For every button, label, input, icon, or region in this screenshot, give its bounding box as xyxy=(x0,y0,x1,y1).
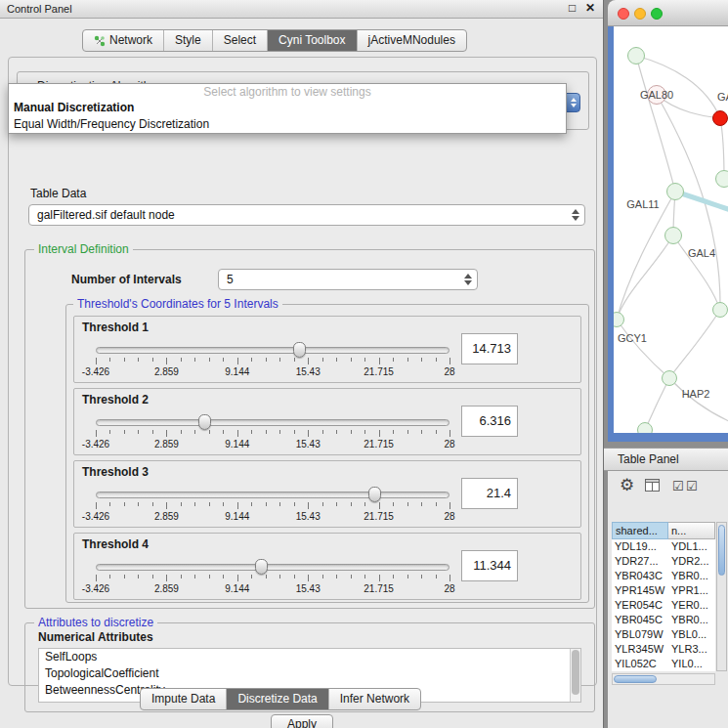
algorithm-option-manual[interactable]: Manual Discretization xyxy=(9,100,566,116)
scrollbar-thumb[interactable] xyxy=(572,650,579,695)
threshold-4-panel: Threshold 4 -3.4262.8599.14415.4321.7152… xyxy=(73,533,581,600)
table-row[interactable]: YIL052CYIL0... xyxy=(612,657,715,671)
slider-scale-label: 21.715 xyxy=(364,583,394,594)
slider-thumb[interactable] xyxy=(293,342,306,358)
table-cell[interactable]: YDL19... xyxy=(612,539,668,554)
network-node[interactable] xyxy=(712,110,728,126)
table-cell[interactable]: YIL052C xyxy=(612,657,668,671)
table-cell[interactable]: YDR2... xyxy=(668,554,715,569)
table-cell[interactable]: YLR3... xyxy=(668,642,715,657)
close-icon[interactable]: ✕ xyxy=(585,1,595,15)
attribute-list-item[interactable]: TopologicalCoefficient xyxy=(39,665,580,682)
slider-thumb[interactable] xyxy=(368,487,381,502)
slider-track[interactable] xyxy=(96,564,450,571)
table-cell[interactable]: YPR1... xyxy=(668,583,715,598)
stepper-arrows-icon[interactable] xyxy=(461,274,477,285)
scrollbar-thumb[interactable] xyxy=(718,525,725,576)
float-window-icon[interactable]: □ xyxy=(569,1,576,15)
apply-button[interactable]: Apply xyxy=(271,714,333,728)
slider-thumb[interactable] xyxy=(255,559,268,575)
column-header-name[interactable]: n... xyxy=(668,522,715,539)
tab-label: Impute Data xyxy=(151,689,215,709)
slider-thumb[interactable] xyxy=(198,414,211,430)
checkbox-icon[interactable]: ☑ xyxy=(686,479,698,493)
table-row[interactable]: YLR345WYLR3... xyxy=(612,642,715,657)
network-window-titlebar[interactable] xyxy=(608,0,728,26)
threshold-value-field[interactable]: 11.344 xyxy=(461,550,518,581)
threshold-2-slider[interactable]: -3.4262.8599.14415.4321.71528 xyxy=(96,412,450,453)
threshold-value-field[interactable]: 6.316 xyxy=(461,406,518,437)
control-panel-titlebar[interactable]: Control Panel □ ✕ xyxy=(0,0,603,19)
table-row[interactable]: YDL19...YDL1... xyxy=(612,539,715,554)
network-node-label: GA xyxy=(717,91,728,103)
slider-track[interactable] xyxy=(96,419,450,426)
network-node[interactable] xyxy=(666,183,684,200)
network-node[interactable] xyxy=(712,302,728,318)
table-cell[interactable]: YER054C xyxy=(612,598,668,613)
table-row[interactable]: YBL079WYBL0... xyxy=(612,627,715,642)
table-row[interactable]: YDR27...YDR2... xyxy=(612,554,715,569)
threshold-3-slider[interactable]: -3.4262.8599.14415.4321.71528 xyxy=(96,485,450,526)
table-cell[interactable]: YPR145W xyxy=(612,583,668,598)
table-vertical-scrollbar[interactable] xyxy=(716,522,727,671)
network-canvas[interactable]: GAL80GAGAL11GAL4GCY1HAP2 xyxy=(614,26,728,433)
table-cell[interactable]: YBR043C xyxy=(612,569,668,583)
mac-minimize-button[interactable] xyxy=(634,8,646,20)
table-row[interactable]: YBR045CYBR0... xyxy=(612,613,715,627)
algorithm-option-equal-width[interactable]: Equal Width/Frequency Discretization xyxy=(9,116,566,133)
threshold-1-slider[interactable]: -3.4262.8599.14415.4321.71528 xyxy=(96,340,450,381)
table-cell[interactable]: YIL0... xyxy=(668,657,715,671)
table-cell[interactable]: YER0... xyxy=(668,598,715,613)
attribute-list-item[interactable]: SelfLoops xyxy=(39,649,580,665)
tab-impute-data[interactable]: Impute Data xyxy=(141,689,227,709)
list-scrollbar[interactable] xyxy=(570,649,580,702)
number-of-intervals-select[interactable]: 5 xyxy=(218,269,478,290)
table-cell[interactable]: YBR045C xyxy=(612,613,668,627)
table-data-select[interactable]: galFiltered.sif default node xyxy=(28,204,585,226)
algorithm-combo-stepper-fragment[interactable] xyxy=(566,93,580,112)
threshold-label: Threshold 3 xyxy=(82,465,149,479)
network-node[interactable] xyxy=(664,227,682,244)
slider-track[interactable] xyxy=(96,492,450,498)
checkbox-icon[interactable]: ☑ xyxy=(672,479,684,493)
gear-icon[interactable]: ⚙ xyxy=(620,475,634,495)
tab-discretize-data[interactable]: Discretize Data xyxy=(227,689,328,709)
bottom-tabbar: Impute Data Discretize Data Infer Networ… xyxy=(140,688,421,710)
tab-jactivemnodules[interactable]: jActiveMNodules xyxy=(358,30,466,51)
slider-track[interactable] xyxy=(96,347,450,354)
scrollbar-thumb[interactable] xyxy=(614,675,657,683)
tab-network[interactable]: Network xyxy=(83,30,164,51)
table-cell[interactable]: YDL1... xyxy=(668,539,715,554)
table-cell[interactable]: YBL0... xyxy=(668,627,715,642)
stepper-arrows-icon[interactable] xyxy=(569,209,584,221)
tab-cyni-toolbox[interactable]: Cyni Toolbox xyxy=(268,30,357,51)
table-cell[interactable]: YBR0... xyxy=(668,569,715,583)
tab-infer-network[interactable]: Infer Network xyxy=(329,689,420,709)
table-cell[interactable]: YLR345W xyxy=(612,642,668,657)
table-cell[interactable]: YBL079W xyxy=(612,627,668,642)
tab-style[interactable]: Style xyxy=(164,30,213,51)
column-header-shared-name[interactable]: shared... xyxy=(612,522,668,539)
columns-icon[interactable] xyxy=(645,479,660,492)
table-cell[interactable]: YBR0... xyxy=(668,613,715,627)
table-cell[interactable]: YDR27... xyxy=(612,554,668,569)
table-horizontal-scrollbar[interactable] xyxy=(612,673,715,685)
mac-close-button[interactable] xyxy=(618,8,629,20)
network-node[interactable] xyxy=(662,370,677,386)
threshold-value-field[interactable]: 14.713 xyxy=(461,333,518,364)
table-panel-titlebar[interactable]: Table Panel xyxy=(604,448,728,471)
table-row[interactable]: YBR043CYBR0... xyxy=(612,569,715,583)
network-node[interactable] xyxy=(715,170,728,188)
network-node[interactable] xyxy=(627,47,645,64)
network-node[interactable] xyxy=(637,422,653,433)
threshold-value-field[interactable]: 21.4 xyxy=(461,478,518,509)
slider-scale-labels: -3.4262.8599.14415.4321.71528 xyxy=(96,439,450,450)
tab-select[interactable]: Select xyxy=(213,30,268,51)
table-row[interactable]: YPR145WYPR1... xyxy=(612,583,715,598)
algorithm-placeholder-option[interactable]: Select algorithm to view settings xyxy=(9,84,566,100)
threshold-4-slider[interactable]: -3.4262.8599.14415.4321.71528 xyxy=(96,557,450,598)
mac-zoom-button[interactable] xyxy=(651,8,663,20)
group-title: Threshold's Coordinates for 5 Intervals xyxy=(73,298,282,311)
table-row[interactable]: YER054CYER0... xyxy=(612,598,715,613)
slider-scale-label: 28 xyxy=(444,366,454,377)
